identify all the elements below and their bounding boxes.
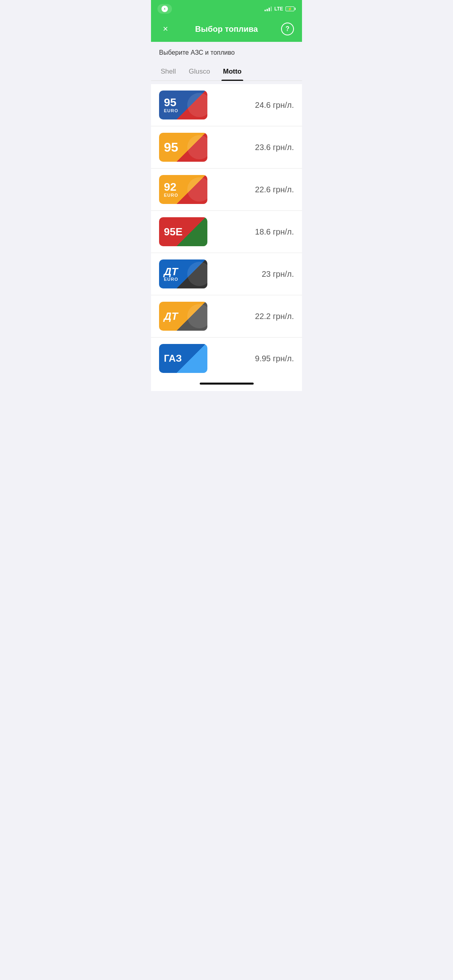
battery-icon: ⚡ bbox=[285, 6, 296, 11]
badge-num-95: 95 bbox=[164, 140, 178, 155]
fuel-price-95: 23.6 грн/л. bbox=[255, 143, 294, 152]
subtitle-bar: Выберите АЗС и топливо bbox=[151, 42, 302, 61]
fuel-item-95e[interactable]: 95Е 18.6 грн/л. bbox=[151, 211, 302, 253]
home-bar bbox=[200, 383, 254, 385]
fuel-price-95euro: 24.6 грн/л. bbox=[255, 101, 294, 110]
fuel-price-95e: 18.6 грн/л. bbox=[255, 227, 294, 237]
status-left bbox=[157, 4, 172, 14]
fuel-list: 95 EURO 24.6 грн/л. 95 23.6 грн/л. 92 EU… bbox=[151, 84, 302, 379]
fuel-badge-95euro: 95 EURO bbox=[159, 91, 207, 119]
fuel-badge-gaz: ГАЗ bbox=[159, 344, 207, 373]
badge-num-dt-euro: ДТ bbox=[164, 266, 178, 277]
badge-num-dt: ДТ bbox=[164, 310, 178, 323]
network-type: LTE bbox=[274, 6, 283, 12]
badge-sub-95euro: EURO bbox=[164, 108, 178, 113]
fuel-item-92euro[interactable]: 92 EURO 22.6 грн/л. bbox=[151, 169, 302, 211]
fuel-badge-dt-euro: ДТ EURO bbox=[159, 259, 207, 288]
signal-icon bbox=[265, 6, 272, 11]
fuel-item-gaz[interactable]: ГАЗ 9.95 грн/л. bbox=[151, 338, 302, 379]
fuel-item-dt[interactable]: ДТ 22.2 грн/л. bbox=[151, 295, 302, 338]
app-pill bbox=[157, 4, 172, 14]
tab-glusco[interactable]: Glusco bbox=[187, 64, 212, 80]
badge-num-gaz: ГАЗ bbox=[164, 353, 182, 364]
status-bar: LTE ⚡ bbox=[151, 0, 302, 18]
badge-num-95euro: 95 bbox=[164, 97, 176, 108]
app-icon bbox=[161, 6, 168, 12]
subtitle-text: Выберите АЗС и топливо bbox=[159, 49, 235, 56]
fuel-badge-95: 95 bbox=[159, 133, 207, 162]
badge-sub-92euro: EURO bbox=[164, 193, 178, 198]
close-button[interactable]: × bbox=[159, 23, 172, 35]
fuel-item-95[interactable]: 95 23.6 грн/л. bbox=[151, 126, 302, 169]
header: × Выбор топлива ? bbox=[151, 18, 302, 42]
home-indicator bbox=[151, 379, 302, 391]
tab-motto[interactable]: Motto bbox=[221, 64, 243, 80]
fuel-price-gaz: 9.95 грн/л. bbox=[255, 354, 294, 363]
fuel-badge-95e: 95Е bbox=[159, 217, 207, 246]
badge-sub-dt-euro: EURO bbox=[164, 277, 178, 282]
fuel-badge-dt: ДТ bbox=[159, 302, 207, 331]
fuel-item-dt-euro[interactable]: ДТ EURO 23 грн/л. bbox=[151, 253, 302, 295]
fuel-badge-92euro: 92 EURO bbox=[159, 175, 207, 204]
help-button[interactable]: ? bbox=[281, 23, 294, 35]
fuel-item-95euro[interactable]: 95 EURO 24.6 грн/л. bbox=[151, 84, 302, 126]
badge-num-95e: 95Е bbox=[164, 226, 182, 238]
status-right: LTE ⚡ bbox=[265, 6, 296, 12]
tab-shell[interactable]: Shell bbox=[159, 64, 178, 80]
badge-num-92euro: 92 bbox=[164, 181, 176, 193]
fuel-price-92euro: 22.6 грн/л. bbox=[255, 185, 294, 194]
fuel-price-dt: 22.2 грн/л. bbox=[255, 312, 294, 321]
tabs-container: Shell Glusco Motto bbox=[151, 61, 302, 81]
fuel-price-dt-euro: 23 грн/л. bbox=[262, 270, 294, 279]
page-title: Выбор топлива bbox=[172, 25, 281, 34]
